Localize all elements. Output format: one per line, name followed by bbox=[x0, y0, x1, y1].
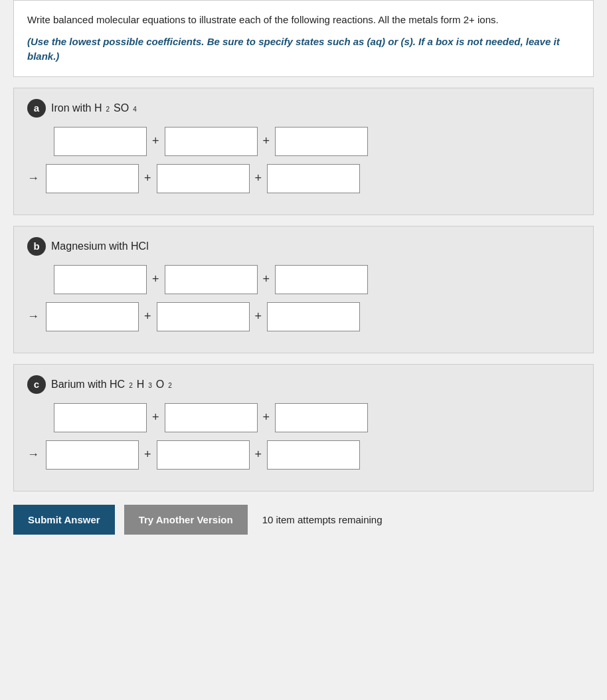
part-a-plus-1: + bbox=[152, 134, 159, 148]
part-b-arrow: → bbox=[27, 309, 39, 323]
part-b-reactant-1[interactable] bbox=[54, 265, 147, 294]
part-a-plus-4: + bbox=[255, 171, 262, 185]
part-a-product-2[interactable] bbox=[157, 164, 250, 193]
part-a-reactant-3[interactable] bbox=[275, 127, 368, 156]
part-c-arrow: → bbox=[27, 448, 39, 462]
part-b-plus-4: + bbox=[255, 309, 262, 323]
part-c-plus-4: + bbox=[255, 448, 262, 462]
part-c-plus-3: + bbox=[144, 448, 151, 462]
part-c-reactant-3[interactable] bbox=[275, 403, 368, 432]
part-c-badge: c bbox=[27, 375, 46, 394]
part-c-plus-1: + bbox=[152, 410, 159, 424]
instruction-box: Write balanced molecular equations to il… bbox=[13, 0, 594, 77]
part-a-product-3[interactable] bbox=[267, 164, 360, 193]
part-b-product-3[interactable] bbox=[267, 302, 360, 331]
part-a-reactant-2[interactable] bbox=[165, 127, 258, 156]
attempts-text: 10 item attempts remaining bbox=[262, 514, 383, 525]
part-c-products-row: → + + bbox=[27, 440, 580, 470]
part-b-badge: b bbox=[27, 237, 46, 256]
part-a-reactants-row: + + bbox=[54, 127, 580, 156]
italic-instruction: (Use the lowest possible coefficients. B… bbox=[27, 35, 580, 64]
part-a-plus-2: + bbox=[263, 134, 270, 148]
part-c-reactant-2[interactable] bbox=[165, 403, 258, 432]
part-b-plus-2: + bbox=[263, 272, 270, 286]
bottom-bar: Submit Answer Try Another Version 10 ite… bbox=[13, 505, 594, 535]
part-a-reactant-1[interactable] bbox=[54, 127, 147, 156]
part-b-header: b Magnesium with HCl bbox=[27, 237, 580, 256]
part-b-product-1[interactable] bbox=[46, 302, 139, 331]
part-b-plus-1: + bbox=[152, 272, 159, 286]
part-c-product-3[interactable] bbox=[267, 440, 360, 470]
part-c-plus-2: + bbox=[263, 410, 270, 424]
part-a-header: a Iron with H2SO4 bbox=[27, 99, 580, 118]
part-b-title: Magnesium with HCl bbox=[51, 240, 149, 252]
part-b-reactant-3[interactable] bbox=[275, 265, 368, 294]
part-a-plus-3: + bbox=[144, 171, 151, 185]
part-c-reactant-1[interactable] bbox=[54, 403, 147, 432]
page-container: Write balanced molecular equations to il… bbox=[0, 0, 607, 700]
part-c-header: c Barium with HC2H3O2 bbox=[27, 375, 580, 394]
main-instruction: Write balanced molecular equations to il… bbox=[27, 13, 580, 28]
part-c-reactants-row: + + bbox=[54, 403, 580, 432]
part-b-reactant-2[interactable] bbox=[165, 265, 258, 294]
part-c-product-2[interactable] bbox=[157, 440, 250, 470]
part-b-product-2[interactable] bbox=[157, 302, 250, 331]
part-b-products-row: → + + bbox=[27, 302, 580, 331]
submit-button[interactable]: Submit Answer bbox=[13, 505, 115, 535]
part-c-title: Barium with HC2H3O2 bbox=[51, 379, 172, 391]
part-a-products-row: → + + bbox=[27, 164, 580, 193]
part-a-title: Iron with H2SO4 bbox=[51, 102, 137, 114]
part-a-product-1[interactable] bbox=[46, 164, 139, 193]
part-b-plus-3: + bbox=[144, 309, 151, 323]
part-a-badge: a bbox=[27, 99, 46, 118]
part-b-reactants-row: + + bbox=[54, 265, 580, 294]
part-b-section: b Magnesium with HCl + + → + + bbox=[13, 226, 594, 353]
try-another-button[interactable]: Try Another Version bbox=[124, 505, 248, 535]
part-a-section: a Iron with H2SO4 + + → + + bbox=[13, 88, 594, 215]
part-c-section: c Barium with HC2H3O2 + + → + + bbox=[13, 364, 594, 491]
part-a-arrow: → bbox=[27, 171, 39, 185]
part-c-product-1[interactable] bbox=[46, 440, 139, 470]
